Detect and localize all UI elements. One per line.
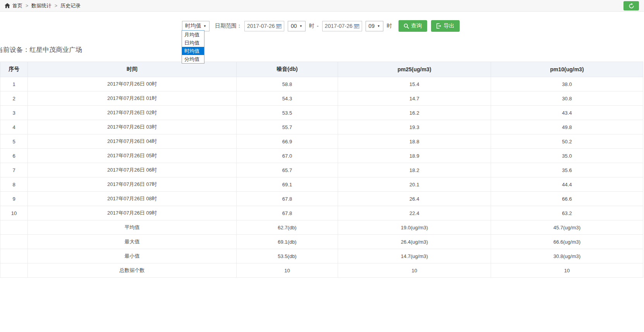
table-row: 92017年07月26日 08时67.826.466.6 (0, 192, 643, 206)
breadcrumb-separator: > (55, 3, 57, 9)
start-date-value: 2017-07-26 (247, 23, 275, 29)
table-cell: 67.8 (237, 192, 338, 206)
table-cell (0, 249, 28, 263)
chevron-down-icon: ▼ (377, 24, 380, 28)
dropdown-option-daily[interactable]: 日均值 (182, 39, 204, 47)
table-cell: 43.4 (491, 106, 643, 120)
table-cell: 26.4(ug/m3) (338, 235, 491, 249)
end-date-input[interactable]: 2017-07-26 (322, 21, 362, 31)
table-cell: 2017年07月26日 02时 (28, 106, 237, 120)
breadcrumb-item-history: 历史记录 (60, 2, 81, 9)
header-noise: 噪音(db) (237, 62, 338, 77)
interval-select-value: 时均值 (185, 22, 201, 29)
end-hour-select[interactable]: 09 ▼ (366, 21, 383, 31)
table-cell: 18.2 (338, 163, 491, 177)
interval-select-dropdown: 月均值 日均值 时均值 分均值 (182, 30, 204, 64)
table-row: 12017年07月26日 00时58.815.438.0 (0, 77, 643, 91)
table-cell: 69.1 (237, 177, 338, 192)
table-cell: 2 (0, 91, 28, 106)
breadcrumb: 首页 > 数据统计 > 历史记录 (0, 0, 644, 12)
table-cell: 54.3 (237, 91, 338, 106)
range-separator: - (317, 23, 319, 29)
table-cell: 2017年07月26日 09时 (28, 206, 237, 220)
table-cell: 45.7(ug/m3) (491, 220, 643, 235)
table-cell (0, 263, 28, 278)
table-cell: 2017年07月26日 01时 (28, 91, 237, 106)
export-icon (436, 23, 441, 29)
start-date-input[interactable]: 2017-07-26 (244, 21, 284, 31)
header-index: 序号 (0, 62, 28, 77)
header-pm25: pm25(ug/m3) (338, 62, 491, 77)
calendar-icon[interactable] (354, 24, 359, 29)
table-cell: 10 (338, 263, 491, 278)
query-toolbar: 时均值 ▼ 日期范围： 2017-07-26 00 ▼ 时 - 2017-07-… (182, 20, 460, 32)
table-cell: 66.9 (237, 134, 338, 149)
table-cell: 44.4 (491, 177, 643, 192)
table-cell: 53.5 (237, 106, 338, 120)
table-cell: 50.2 (491, 134, 643, 149)
table-cell: 38.0 (491, 77, 643, 91)
table-cell: 30.8(ug/m3) (491, 249, 643, 263)
table-cell: 7 (0, 163, 28, 177)
dropdown-option-minutely[interactable]: 分均值 (182, 55, 204, 63)
table-cell: 26.4 (338, 192, 491, 206)
table-cell (0, 235, 28, 249)
table-cell: 20.1 (338, 177, 491, 192)
table-cell: 3 (0, 106, 28, 120)
calendar-icon[interactable] (276, 24, 282, 29)
table-row: 82017年07月26日 07时69.120.144.4 (0, 177, 643, 192)
table-cell: 2017年07月26日 03时 (28, 120, 237, 134)
table-cell: 19.3 (338, 120, 491, 134)
table-cell: 58.8 (237, 77, 338, 91)
query-button-label: 查询 (411, 22, 422, 29)
table-cell: 18.8 (338, 134, 491, 149)
table-cell: 2017年07月26日 08时 (28, 192, 237, 206)
start-hour-value: 00 (291, 23, 297, 29)
table-cell: 最大值 (28, 235, 237, 249)
header-pm10: pm10(ug/m3) (491, 62, 643, 77)
current-device-label: 当前设备：红星中茂商业广场 (0, 45, 82, 54)
export-button[interactable]: 导出 (431, 20, 460, 32)
refresh-button[interactable] (623, 1, 639, 10)
table-cell: 67.0 (237, 149, 338, 163)
table-cell: 2017年07月26日 04时 (28, 134, 237, 149)
table-cell: 35.0 (491, 149, 643, 163)
table-cell: 66.6(ug/m3) (491, 235, 643, 249)
breadcrumb-item-home[interactable]: 首页 (12, 2, 22, 9)
hour-unit-label: 时 (309, 22, 314, 29)
chevron-down-icon: ▼ (203, 24, 206, 28)
table-body: 12017年07月26日 00时58.815.438.022017年07月26日… (0, 77, 643, 278)
chevron-down-icon: ▼ (299, 24, 302, 28)
history-table: 序号 时间 噪音(db) pm25(ug/m3) pm10(ug/m3) 120… (0, 62, 643, 278)
table-row: 32017年07月26日 02时53.516.243.4 (0, 106, 643, 120)
date-range-label: 日期范围： (215, 22, 242, 29)
table-cell: 65.7 (237, 163, 338, 177)
query-button[interactable]: 查询 (398, 20, 427, 32)
table-cell: 55.7 (237, 120, 338, 134)
table-cell: 53.5(db) (237, 249, 338, 263)
table-cell: 15.4 (338, 77, 491, 91)
search-icon (404, 23, 409, 29)
start-hour-select[interactable]: 00 ▼ (288, 21, 306, 31)
dropdown-option-monthly[interactable]: 月均值 (182, 31, 204, 39)
table-cell: 14.7(ug/m3) (338, 249, 491, 263)
table-row: 102017年07月26日 09时67.822.463.2 (0, 206, 643, 220)
table-cell: 10 (0, 206, 28, 220)
dropdown-option-hourly[interactable]: 时均值 (182, 47, 204, 55)
summary-row: 总数据个数101010 (0, 263, 643, 278)
table-cell: 63.2 (491, 206, 643, 220)
table-header-row: 序号 时间 噪音(db) pm25(ug/m3) pm10(ug/m3) (0, 62, 643, 77)
table-cell: 30.8 (491, 91, 643, 106)
summary-row: 平均值62.7(db)19.0(ug/m3)45.7(ug/m3) (0, 220, 643, 235)
breadcrumb-item-statistics[interactable]: 数据统计 (31, 2, 52, 9)
table-cell: 6 (0, 149, 28, 163)
end-hour-value: 09 (369, 23, 375, 29)
table-cell: 69.1(db) (237, 235, 338, 249)
table-row: 72017年07月26日 06时65.718.235.6 (0, 163, 643, 177)
table-cell: 10 (491, 263, 643, 278)
table-row: 42017年07月26日 03时55.719.349.8 (0, 120, 643, 134)
table-cell: 35.6 (491, 163, 643, 177)
table-row: 22017年07月26日 01时54.314.730.8 (0, 91, 643, 106)
interval-select[interactable]: 时均值 ▼ (182, 21, 210, 31)
breadcrumb-separator: > (26, 3, 28, 9)
